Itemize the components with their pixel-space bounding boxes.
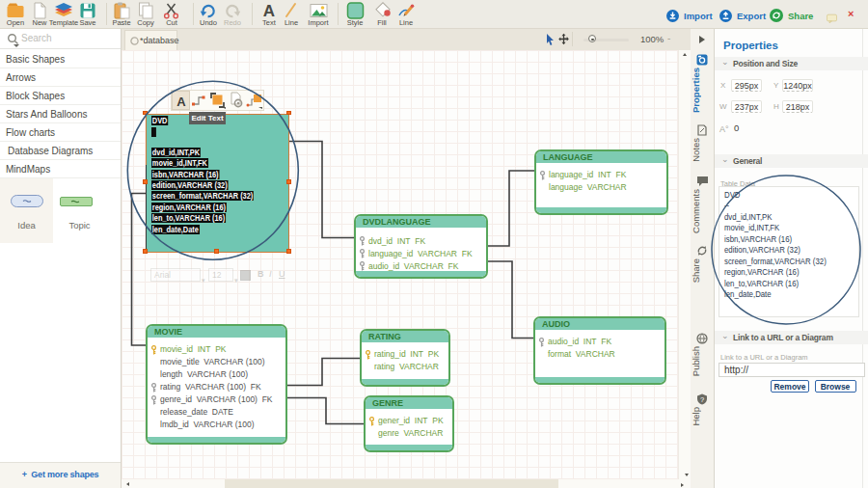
svg-text:A: A: [176, 95, 186, 109]
svg-text:?: ?: [700, 395, 704, 404]
